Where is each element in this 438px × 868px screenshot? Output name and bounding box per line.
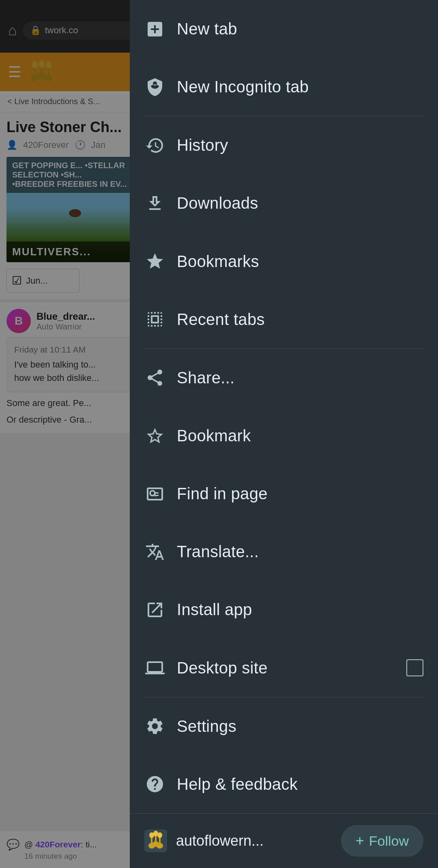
menu-item-desktop-site[interactable]: Desktop site [130, 639, 438, 697]
menu-item-incognito[interactable]: New Incognito tab [130, 58, 438, 116]
translate-icon [144, 541, 165, 562]
settings-label: Settings [177, 717, 236, 735]
desktop-site-checkbox[interactable] [406, 659, 423, 676]
notification-text: @ 420Forever: ti... [24, 838, 144, 850]
comment-section: B Blue_drear... Auto Warrior Friday at 1… [0, 302, 150, 433]
site-logo [28, 61, 56, 83]
star-icon [144, 251, 165, 272]
find-in-page-label: Find in page [177, 485, 268, 503]
banner-bottom-text: MULTIVERS... [6, 242, 144, 262]
notification-time: 16 minutes ago [24, 852, 144, 861]
comment-text-2: Some are great. Pe... Or descriptive - G… [6, 396, 144, 426]
browser-chrome: ⌂ 🔒 twork.co [0, 0, 150, 53]
home-icon[interactable]: ⌂ [8, 22, 17, 39]
recent-tabs-label: Recent tabs [177, 310, 265, 329]
site-header: ☰ [0, 53, 150, 91]
avatar: B [6, 309, 31, 333]
menu-footer: autoflowern... + Follow [130, 813, 438, 868]
install-app-label: Install app [177, 601, 252, 619]
footer-site-icon [144, 830, 167, 852]
footer-site-name: autoflowern... [176, 832, 332, 849]
help-label: Help & feedback [177, 775, 298, 793]
desktop-icon [144, 657, 165, 678]
notification-bar[interactable]: 💬 @ 420Forever: ti... 16 minutes ago [0, 831, 150, 868]
bookmark-label: Bookmark [177, 427, 251, 445]
user-info: Blue_drear... Auto Warrior [36, 311, 95, 331]
menu-item-downloads[interactable]: Downloads [130, 174, 438, 232]
svg-point-8 [46, 61, 52, 68]
lock-icon: 🔒 [30, 25, 41, 36]
follow-plus-icon: + [356, 832, 364, 849]
comment-text: I've been talking to... how we both disl… [14, 358, 136, 385]
incognito-label: New Incognito tab [177, 78, 309, 96]
menu-item-install-app[interactable]: Install app [130, 581, 438, 639]
svg-point-7 [39, 61, 45, 68]
follow-button[interactable]: + Follow [341, 825, 423, 857]
url-bar[interactable]: 🔒 twork.co [23, 21, 142, 40]
share-icon [144, 367, 165, 388]
svg-point-6 [32, 61, 38, 68]
plus-box-icon [144, 19, 165, 40]
menu-item-bookmarks[interactable]: Bookmarks [130, 233, 438, 291]
menu-item-translate[interactable]: Translate... [130, 523, 438, 581]
checkbox-icon: ☑ [12, 274, 22, 287]
menu-item-history[interactable]: History [130, 116, 438, 174]
svg-point-18 [157, 832, 162, 838]
breadcrumb[interactable]: < Live Introductions & S... [0, 91, 150, 112]
chrome-menu: New tab New Incognito tab History Downlo… [130, 0, 438, 868]
meta-author: 420Forever [23, 140, 69, 150]
meta-date: Jan [91, 140, 105, 150]
recent-tabs-icon [144, 309, 165, 330]
bookmark-star-icon [144, 425, 165, 447]
notification-content: @ 420Forever: ti... 16 minutes ago [24, 838, 144, 861]
url-text: twork.co [45, 25, 78, 36]
menu-item-settings[interactable]: Settings [130, 697, 438, 755]
settings-icon [144, 716, 165, 737]
logo-area [28, 61, 56, 83]
menu-item-find-in-page[interactable]: Find in page [130, 465, 438, 523]
translate-label: Translate... [177, 543, 259, 561]
page-title: Live Stoner Ch... [6, 119, 144, 136]
comment-user: B Blue_drear... Auto Warrior [6, 309, 144, 333]
meta-clock-icon: 🕐 [75, 140, 86, 150]
site-nav: ☰ [8, 61, 142, 83]
comment-box: Friday at 10:11 AM I've been talking to.… [6, 337, 144, 392]
banner-top-text: Get Popping E... •Stellar Selection •Sh.… [6, 157, 144, 193]
background-page: ⌂ 🔒 twork.co ☰ [0, 0, 150, 868]
follow-label: Follow [369, 833, 409, 849]
downloads-label: Downloads [177, 194, 258, 212]
menu-item-bookmark[interactable]: Bookmark [130, 407, 438, 465]
downloads-icon [144, 193, 165, 214]
history-label: History [177, 136, 228, 154]
desktop-site-label: Desktop site [177, 659, 268, 677]
help-icon [144, 774, 165, 795]
menu-item-help[interactable]: Help & feedback [130, 755, 438, 813]
hamburger-icon[interactable]: ☰ [8, 64, 21, 81]
notification-icon: 💬 [6, 838, 19, 851]
menu-item-new-tab[interactable]: New tab [130, 0, 438, 58]
menu-item-recent-tabs[interactable]: Recent tabs [130, 291, 438, 348]
find-icon [144, 483, 165, 505]
new-tab-label: New tab [177, 20, 237, 38]
meta-row: 👤 420Forever 🕐 Jan [6, 140, 144, 150]
page-content: Live Stoner Ch... 👤 420Forever 🕐 Jan Get… [0, 112, 150, 299]
history-icon [144, 135, 165, 156]
incognito-icon [144, 77, 165, 98]
checkbox-row[interactable]: ☑ Jun... [6, 269, 79, 293]
install-icon [144, 599, 165, 620]
share-label: Share... [177, 369, 234, 387]
checkbox-label: Jun... [26, 276, 48, 286]
meta-author-icon: 👤 [6, 140, 17, 150]
menu-item-share[interactable]: Share... [130, 349, 438, 407]
banner-image: Get Popping E... •Stellar Selection •Sh.… [6, 157, 144, 262]
bookmarks-label: Bookmarks [177, 252, 259, 271]
